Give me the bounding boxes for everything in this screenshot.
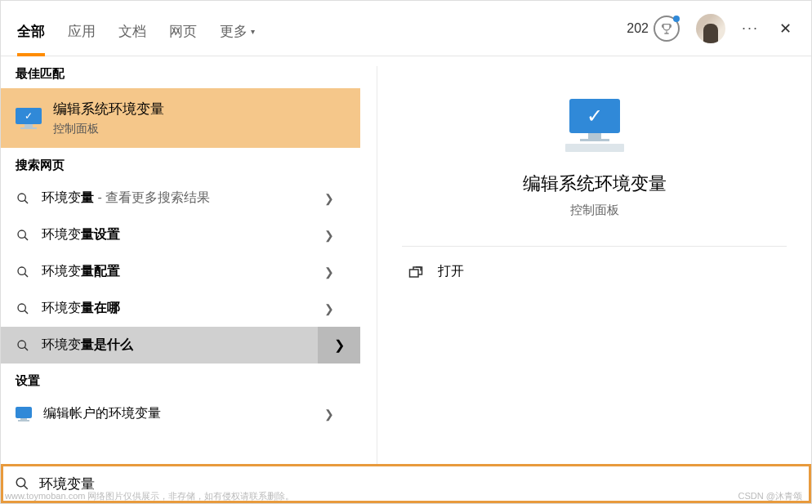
system-settings-icon: ✓ bbox=[16, 108, 42, 129]
tab-documents[interactable]: 文档 bbox=[118, 1, 146, 56]
more-options-icon[interactable]: ··· bbox=[742, 20, 759, 37]
web-result-text: 环境变量配置 bbox=[42, 263, 301, 280]
best-match-item[interactable]: ✓ 编辑系统环境变量 控制面板 bbox=[1, 88, 360, 148]
svg-line-12 bbox=[24, 485, 28, 489]
chevron-right-icon[interactable]: ❯ bbox=[318, 327, 360, 364]
svg-line-3 bbox=[25, 237, 28, 240]
search-icon bbox=[15, 476, 29, 491]
tab-web[interactable]: 网页 bbox=[169, 1, 197, 56]
search-icon bbox=[16, 228, 30, 243]
best-match-header: 最佳匹配 bbox=[1, 56, 360, 88]
header-bar: 全部 应用 文档 网页 更多 ▾ 202 ··· ✕ bbox=[1, 1, 811, 56]
svg-point-2 bbox=[18, 230, 25, 238]
best-match-title: 编辑系统环境变量 bbox=[53, 100, 164, 118]
tab-more-label: 更多 bbox=[220, 22, 248, 41]
detail-subtitle: 控制面板 bbox=[402, 203, 787, 247]
svg-point-4 bbox=[18, 267, 25, 274]
settings-result-item[interactable]: 编辑帐户的环境变量 ❯ bbox=[1, 395, 360, 432]
tab-more[interactable]: 更多 ▾ bbox=[220, 1, 255, 56]
system-settings-icon: ✓ bbox=[565, 99, 624, 152]
results-panel: 最佳匹配 ✓ 编辑系统环境变量 控制面板 搜索网页 环境变量 - 查看更多搜索结… bbox=[1, 56, 360, 464]
watermark-left: www.toymoban.com 网络图片仅供展示，非存储，如有侵权请联系删除。 bbox=[5, 490, 294, 502]
settings-header: 设置 bbox=[1, 364, 360, 395]
chevron-right-icon[interactable]: ❯ bbox=[313, 265, 346, 279]
search-input[interactable] bbox=[39, 475, 797, 492]
svg-line-5 bbox=[25, 274, 28, 277]
svg-point-11 bbox=[16, 478, 25, 487]
open-action[interactable]: 打开 bbox=[402, 247, 787, 297]
filter-tabs: 全部 应用 文档 网页 更多 ▾ bbox=[17, 1, 255, 56]
best-match-subtitle: 控制面板 bbox=[53, 122, 164, 136]
web-result-text: 环境变量设置 bbox=[42, 226, 301, 243]
svg-line-7 bbox=[25, 310, 28, 314]
tab-apps[interactable]: 应用 bbox=[68, 1, 96, 56]
svg-line-9 bbox=[25, 347, 28, 350]
chevron-right-icon[interactable]: ❯ bbox=[313, 192, 346, 205]
settings-result-text: 编辑帐户的环境变量 bbox=[43, 405, 301, 422]
web-result-text: 环境变量 - 查看更多搜索结果 bbox=[42, 190, 301, 207]
svg-rect-10 bbox=[410, 270, 419, 277]
detail-panel: ✓ 编辑系统环境变量 控制面板 打开 bbox=[377, 66, 811, 464]
close-icon[interactable]: ✕ bbox=[775, 20, 795, 38]
search-icon bbox=[16, 301, 30, 316]
open-label: 打开 bbox=[438, 263, 464, 280]
user-avatar[interactable] bbox=[696, 14, 725, 43]
search-icon bbox=[16, 265, 30, 279]
system-settings-icon bbox=[16, 407, 32, 421]
web-result-item[interactable]: 环境变量设置 ❯ bbox=[1, 216, 360, 253]
search-icon bbox=[16, 338, 30, 353]
detail-title: 编辑系统环境变量 bbox=[402, 172, 787, 196]
web-search-header: 搜索网页 bbox=[1, 148, 360, 180]
open-icon bbox=[408, 265, 423, 279]
watermark-right: CSDN @沐青颂 bbox=[738, 490, 802, 502]
svg-line-1 bbox=[25, 200, 28, 203]
rewards-points[interactable]: 202 bbox=[627, 16, 680, 42]
chevron-right-icon[interactable]: ❯ bbox=[313, 229, 346, 242]
search-icon bbox=[16, 191, 30, 206]
svg-point-6 bbox=[18, 304, 25, 311]
points-value: 202 bbox=[627, 21, 649, 36]
web-result-item[interactable]: 环境变量 - 查看更多搜索结果 ❯ bbox=[1, 180, 360, 216]
web-result-text: 环境变量在哪 bbox=[42, 300, 301, 317]
web-result-item[interactable]: 环境变量配置 ❯ bbox=[1, 253, 360, 290]
web-result-item[interactable]: 环境变量在哪 ❯ bbox=[1, 290, 360, 327]
chevron-right-icon[interactable]: ❯ bbox=[313, 302, 346, 315]
web-result-item[interactable]: 环境变量是什么 ❯ bbox=[1, 327, 360, 364]
web-result-text: 环境变量是什么 bbox=[42, 337, 346, 354]
tab-all[interactable]: 全部 bbox=[17, 1, 45, 56]
svg-point-0 bbox=[18, 194, 25, 201]
svg-point-8 bbox=[18, 341, 25, 348]
chevron-down-icon: ▾ bbox=[251, 27, 255, 36]
trophy-icon bbox=[654, 16, 680, 42]
header-right: 202 ··· ✕ bbox=[627, 14, 795, 43]
chevron-right-icon[interactable]: ❯ bbox=[313, 408, 346, 421]
